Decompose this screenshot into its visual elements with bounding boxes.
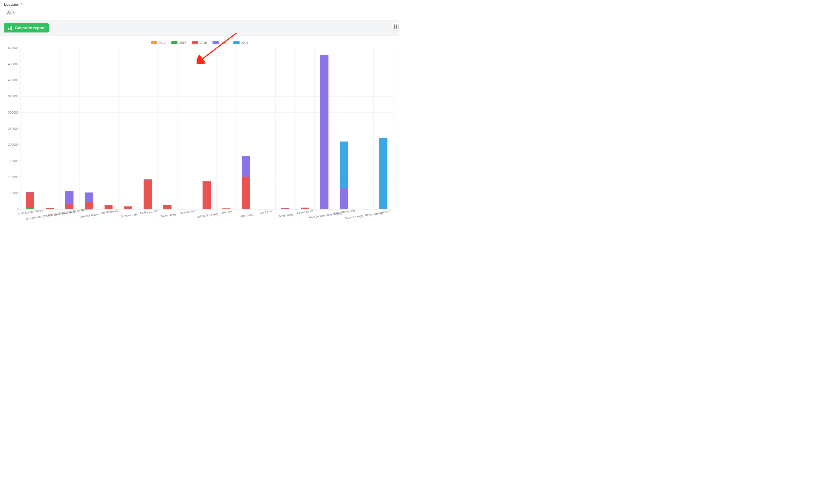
svg-rect-3 — [393, 25, 393, 29]
legend-swatch — [151, 41, 157, 44]
bar-stack[interactable] — [85, 192, 93, 209]
bar-segment — [85, 202, 93, 209]
legend-item[interactable]: 2020 — [213, 41, 227, 44]
barcode-icon — [393, 25, 399, 29]
generate-report-label: Generate report — [15, 26, 45, 30]
bar-stack[interactable] — [26, 192, 34, 209]
gridline-vertical — [177, 48, 178, 209]
svg-rect-6 — [395, 25, 395, 29]
gridline-horizontal — [20, 145, 393, 145]
gridline-horizontal — [20, 177, 393, 178]
chart-canvas: 20172018201920202021 0500001000001500002… — [3, 39, 396, 222]
y-tick-label: 400000 — [3, 78, 19, 82]
bar-segment — [379, 138, 388, 209]
gridline-horizontal — [20, 96, 393, 96]
gridline-horizontal — [20, 129, 393, 129]
gridline-vertical — [236, 48, 237, 209]
svg-rect-9 — [397, 25, 397, 29]
svg-rect-11 — [399, 25, 399, 29]
x-tick-label: Emma Jerny — [159, 208, 176, 218]
legend-label: 2019 — [200, 41, 207, 44]
bar-stack[interactable] — [320, 55, 328, 209]
gridline-vertical — [20, 48, 21, 209]
bar-stack[interactable] — [203, 181, 211, 209]
legend-swatch — [171, 41, 178, 44]
legend-label: 2020 — [220, 41, 227, 44]
svg-rect-1 — [10, 27, 10, 30]
required-marker: * — [21, 2, 23, 6]
gridline-vertical — [393, 48, 393, 209]
gridline-vertical — [295, 48, 295, 209]
bar-segment — [320, 55, 328, 209]
gridline-vertical — [157, 48, 158, 209]
y-tick-label: 200000 — [3, 143, 19, 146]
bar-segment — [340, 188, 348, 209]
gridline-vertical — [60, 48, 60, 209]
svg-rect-10 — [398, 25, 398, 29]
plot-area: 0500001000001500002000002500003000003500… — [20, 48, 393, 209]
location-tag-text: All — [7, 10, 11, 14]
legend-item[interactable]: 2017 — [151, 41, 166, 44]
bar-segment — [65, 204, 73, 209]
legend-label: 2017 — [159, 41, 166, 44]
generate-report-button[interactable]: Generate report — [4, 23, 49, 33]
gridline-vertical — [99, 48, 99, 209]
barcode-button[interactable] — [392, 23, 400, 31]
gridline-vertical — [373, 48, 374, 209]
bar-segment — [65, 191, 73, 204]
bar-segment — [26, 192, 34, 208]
gridline-vertical — [315, 48, 315, 209]
y-tick-label: 100000 — [3, 176, 19, 179]
legend-swatch — [213, 41, 219, 44]
gridline-horizontal — [20, 161, 393, 161]
bar-segment — [242, 156, 250, 177]
legend-swatch — [233, 41, 240, 44]
legend-item[interactable]: 2018 — [171, 41, 186, 44]
bar-stack[interactable] — [242, 156, 250, 209]
gridline-vertical — [197, 48, 197, 209]
y-tick-label: 300000 — [3, 111, 19, 114]
legend-item[interactable]: 2019 — [192, 41, 207, 44]
gridline-vertical — [256, 48, 256, 209]
tag-remove-icon[interactable]: x — [12, 10, 14, 14]
gridline-vertical — [276, 48, 276, 209]
location-tag[interactable]: All x — [6, 10, 16, 15]
y-tick-label: 350000 — [3, 94, 19, 98]
gridline-vertical — [118, 48, 118, 209]
legend-label: 2018 — [179, 41, 186, 44]
gridline-horizontal — [20, 48, 393, 48]
legend-swatch — [192, 41, 198, 44]
bar-stack[interactable] — [65, 191, 73, 209]
gridline-vertical — [334, 48, 334, 209]
location-select[interactable]: All x — [4, 8, 95, 17]
legend-item[interactable]: 2021 — [233, 41, 248, 44]
action-bar: Generate report — [0, 20, 399, 36]
legend-label: 2021 — [241, 41, 248, 44]
gridline-vertical — [79, 48, 79, 209]
svg-rect-8 — [396, 25, 397, 29]
svg-rect-0 — [8, 28, 9, 30]
gridline-horizontal — [20, 80, 393, 80]
y-tick-label: 150000 — [3, 159, 19, 163]
y-tick-label: 450000 — [3, 62, 19, 66]
location-label-text: Location — [4, 2, 20, 6]
x-tick-label: Brad Lopez — [278, 208, 293, 218]
svg-rect-5 — [394, 25, 395, 29]
bar-segment — [203, 181, 211, 209]
bar-segment — [242, 177, 250, 209]
svg-rect-7 — [396, 25, 396, 29]
y-tick-label: 50000 — [3, 191, 19, 195]
svg-rect-2 — [11, 26, 12, 30]
x-tick-label: Jennifer Bele — [120, 208, 138, 218]
bar-stack[interactable] — [379, 138, 388, 209]
filter-panel: Location * All x — [0, 0, 399, 20]
x-tick-label: Alex Song — [240, 208, 254, 218]
bar-stack[interactable] — [144, 180, 152, 209]
location-label: Location * — [4, 2, 395, 6]
bar-segment — [85, 192, 93, 202]
y-tick-label: 0 — [3, 207, 19, 211]
bar-stack[interactable] — [340, 142, 348, 209]
bar-chart-icon — [8, 26, 12, 30]
bar-segment — [144, 180, 152, 209]
gridline-vertical — [138, 48, 138, 209]
